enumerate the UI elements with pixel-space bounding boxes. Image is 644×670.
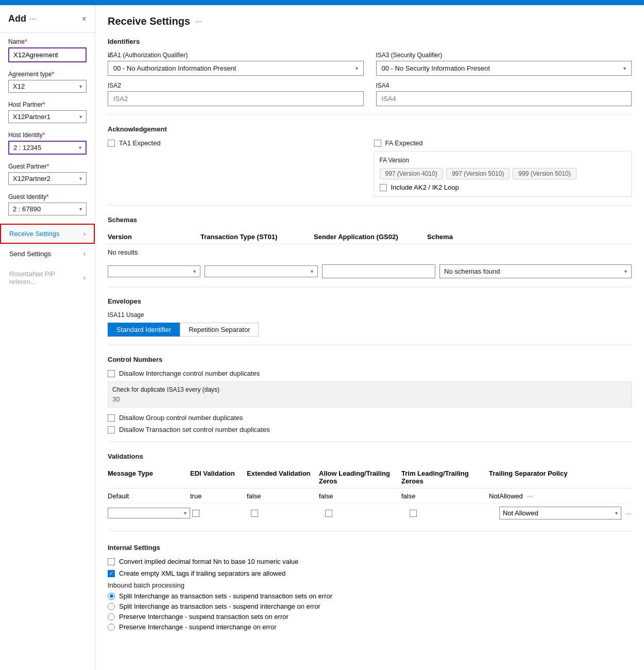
create-empty-label: Create empty XML tags if trailing separa…	[119, 569, 285, 577]
isa1-field: ISA1 (Authorization Qualifier) 00 - No A…	[108, 52, 364, 76]
ta1-checkbox[interactable]	[108, 140, 115, 147]
transaction-type-select[interactable]: ▾	[205, 265, 318, 277]
schema-select-text: No schemas found	[444, 267, 624, 275]
guest-identity-select[interactable]: 2 : 67890 ▾	[8, 203, 87, 215]
rosettanet-label: RosettaNet PiP referen...	[9, 270, 83, 286]
radio2-btn[interactable]	[108, 603, 115, 610]
agreement-type-field-group: Agreement type* X12 ▾	[0, 65, 95, 96]
sender-app-input[interactable]	[322, 264, 435, 278]
validations-title: Validations	[108, 453, 632, 460]
isa2-label: ISA2	[108, 82, 364, 89]
guest-identity-field-group: Guest Identity* 2 : 67890 ▾	[0, 188, 95, 219]
chevron-down-icon: ▾	[615, 510, 618, 516]
name-field-group: Name* ✓	[0, 33, 95, 65]
isa1-select[interactable]: 00 - No Authorization Information Presen…	[108, 61, 364, 76]
fa-expected-checkbox-label[interactable]: FA Expected	[374, 139, 632, 147]
disallow-interchange-checkbox-label[interactable]: Disallow Interchange control number dupl…	[108, 370, 632, 377]
val-default-extended: false	[247, 492, 319, 500]
top-bar	[0, 0, 644, 5]
radio1-btn[interactable]	[108, 593, 115, 600]
convert-label: Convert implied decimal format Nn to bas…	[119, 558, 298, 565]
receive-settings-label: Receive Settings	[9, 230, 60, 238]
schema-select[interactable]: No schemas found ▾	[439, 264, 632, 278]
identifiers-section-title: Identifiers	[108, 38, 632, 45]
disallow-group-checkbox[interactable]	[108, 414, 115, 422]
val-extended-checkbox[interactable]	[251, 510, 258, 517]
ack-grid: TA1 Expected FA Expected FA Version 997 …	[108, 139, 632, 197]
col-sender-header: Sender Application (GS02)	[314, 233, 427, 241]
val-col-trim: Trim Leading/Trailing Zeroes	[401, 470, 489, 485]
isa4-input[interactable]	[376, 91, 632, 106]
disallow-group-checkbox-label[interactable]: Disallow Group control number duplicates	[108, 414, 632, 422]
name-input-wrapper[interactable]: ✓	[8, 47, 87, 62]
radio4-row[interactable]: Preserve Interchange - suspend interchan…	[108, 623, 632, 631]
host-partner-select[interactable]: X12Partner1 ▾	[8, 110, 87, 123]
disallow-transaction-checkbox[interactable]	[108, 426, 115, 433]
fa-expected-field: FA Expected FA Version 997 (Version 4010…	[374, 139, 632, 197]
sidebar-dots[interactable]: ···	[29, 14, 36, 24]
include-ak2-checkbox[interactable]	[380, 184, 387, 191]
disallow-group-label: Disallow Group control number duplicates	[119, 414, 243, 422]
name-input[interactable]	[9, 48, 104, 61]
convert-checkbox[interactable]	[108, 558, 115, 565]
schemas-no-results: No results	[108, 244, 632, 260]
chevron-down-icon: ▾	[79, 145, 81, 150]
ta1-checkbox-label[interactable]: TA1 Expected	[108, 139, 366, 147]
close-icon[interactable]: ×	[82, 14, 87, 24]
main-dots[interactable]: ···	[195, 17, 202, 26]
radio3-btn[interactable]	[108, 613, 115, 621]
host-partner-field-group: Host Partner* X12Partner1 ▾	[0, 96, 95, 126]
agreement-type-select[interactable]: X12 ▾	[8, 80, 87, 93]
sidebar-item-send-settings[interactable]: Send Settings ›	[0, 244, 95, 264]
host-identity-label: Host Identity*	[8, 131, 87, 139]
disallow-interchange-checkbox[interactable]	[108, 370, 115, 377]
sidebar-item-receive-settings[interactable]: Receive Settings ›	[0, 224, 95, 244]
val-edi-checkbox[interactable]	[192, 510, 199, 517]
ta1-label: TA1 Expected	[119, 139, 161, 147]
sidebar: Add ··· × Name* ✓ Agreement type* X12 ▾	[0, 5, 95, 670]
isa2-input[interactable]	[108, 91, 364, 106]
radio4-btn[interactable]	[108, 624, 115, 631]
fa-version-btn-3[interactable]: 999 (Version 5010)	[513, 168, 576, 179]
fa-expected-label: FA Expected	[385, 139, 423, 147]
disallow-transaction-checkbox-label[interactable]: Disallow Transaction set control number …	[108, 426, 632, 433]
acknowledgement-section-title: Acknowledgement	[108, 125, 632, 133]
host-identity-select[interactable]: 2 : 12345 ▾	[8, 141, 87, 155]
radio2-row[interactable]: Split Interchange as transaction sets - …	[108, 602, 632, 610]
chevron-down-icon: ▾	[79, 206, 82, 212]
val-policy-select[interactable]: Not Allowed ▾	[499, 507, 621, 520]
sidebar-item-rosettanet[interactable]: RosettaNet PiP referen... ›	[0, 264, 95, 292]
guest-partner-select[interactable]: X12Partner2 ▾	[8, 172, 87, 185]
col-schema-header: Schema	[427, 233, 632, 241]
radio1-row[interactable]: Split Interchange as transaction sets - …	[108, 592, 632, 600]
radio3-row[interactable]: Preserve Interchange - suspend transacti…	[108, 613, 632, 621]
fa-expected-checkbox[interactable]	[374, 140, 381, 147]
validations-default-row: Default true false false false NotAllowe…	[108, 489, 632, 504]
guest-partner-value: X12Partner2	[13, 175, 79, 182]
standard-identifier-btn[interactable]: Standard Identifier	[108, 323, 180, 337]
create-empty-checkbox[interactable]: ✓	[108, 570, 115, 577]
fa-version-btn-2[interactable]: 997 (Version 5010)	[446, 168, 510, 179]
version-select[interactable]: ▾	[108, 265, 200, 277]
repetition-separator-btn[interactable]: Repetition Separator	[180, 323, 259, 337]
sidebar-title: Add	[8, 13, 26, 24]
page-title: Receive Settings	[108, 15, 190, 27]
control-numbers-title: Control Numbers	[108, 356, 632, 363]
chevron-down-icon: ▾	[623, 65, 626, 71]
convert-checkbox-label[interactable]: Convert implied decimal format Nn to bas…	[108, 558, 632, 565]
three-dots-icon[interactable]: ···	[625, 509, 632, 517]
val-trim-checkbox[interactable]	[410, 510, 417, 517]
schemas-section: Schemas Version Transaction Type (ST01) …	[108, 216, 632, 287]
schemas-table: Version Transaction Type (ST01) Sender A…	[108, 230, 632, 278]
isa3-select[interactable]: 00 - No Security Information Present ▾	[376, 61, 632, 76]
val-default-edi: true	[190, 492, 247, 500]
val-col-leading: Allow Leading/Trailing Zeros	[319, 470, 401, 485]
create-empty-checkbox-label[interactable]: ✓ Create empty XML tags if trailing sepa…	[108, 569, 632, 577]
val-message-select[interactable]: ▾	[108, 508, 190, 518]
host-identity-value: 2 : 12345	[13, 144, 79, 152]
val-leading-checkbox[interactable]	[325, 510, 332, 517]
fa-version-btn-1[interactable]: 997 (Version 4010)	[380, 168, 443, 179]
radio-dot	[110, 594, 113, 598]
guest-identity-value: 2 : 67890	[13, 205, 79, 213]
three-dots-icon[interactable]: ···	[527, 492, 533, 500]
